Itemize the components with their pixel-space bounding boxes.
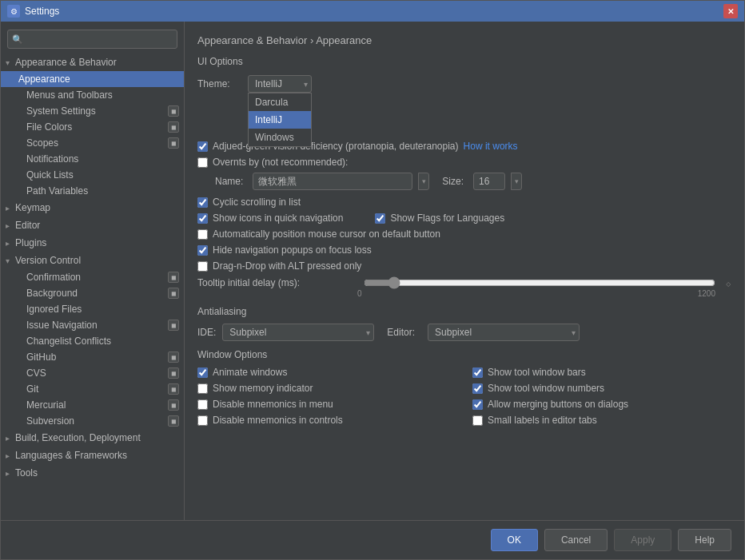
ide-label: IDE: (197, 327, 216, 338)
sidebar-item-appearance[interactable]: Appearance (1, 71, 184, 87)
settings-icon: ◼ (168, 121, 179, 133)
sidebar-item-notifications[interactable]: Notifications (1, 151, 184, 167)
font-name-input[interactable] (253, 173, 412, 190)
ok-button[interactable]: OK (491, 529, 538, 551)
window-options-title: Window Options (197, 349, 731, 360)
sidebar-item-file-colors[interactable]: File Colors ◼ (1, 119, 184, 135)
theme-option-intellij[interactable]: IntelliJ (249, 111, 311, 129)
expand-arrow: ▸ (6, 239, 15, 248)
disable-mnemonics-menu-checkbox[interactable] (197, 399, 208, 410)
ide-aa-item: IDE: Subpixel ▾ (197, 324, 374, 341)
hide-nav-checkbox[interactable] (197, 245, 208, 256)
animate-windows-label: Animate windows (213, 367, 287, 378)
tooltip-slider[interactable] (364, 276, 715, 289)
allow-merging-checkbox[interactable] (472, 399, 483, 410)
sidebar-item-scopes[interactable]: Scopes ◼ (1, 135, 184, 151)
auto-position-label: Automatically position mouse cursor on d… (213, 228, 440, 240)
sidebar-group-languages[interactable]: ▸ Languages & Frameworks (1, 447, 184, 464)
override-checkbox[interactable] (197, 157, 208, 168)
sidebar-item-menus-toolbars[interactable]: Menus and Toolbars (1, 87, 184, 103)
cancel-button[interactable]: Cancel (544, 529, 608, 551)
show-tool-numbers-row: Show tool window numbers (472, 383, 731, 394)
sidebar-item-mercurial[interactable]: Mercurial ◼ (1, 397, 184, 413)
sidebar-group-build[interactable]: ▸ Build, Execution, Deployment (1, 429, 184, 447)
sidebar-item-confirmation[interactable]: Confirmation ◼ (1, 269, 184, 285)
settings-icon: ◼ (168, 399, 179, 411)
settings-dialog: ⚙ Settings ✕ 🔍 ▾ Appearance & Behavior A… (0, 0, 745, 560)
antialiasing-row: IDE: Subpixel ▾ Editor: Subpixel ▾ (197, 324, 731, 341)
settings-icon: ◼ (168, 105, 179, 117)
sidebar-group-keymap[interactable]: ▸ Keymap (1, 199, 184, 216)
sidebar-group-plugins[interactable]: ▸ Plugins (1, 234, 184, 252)
sidebar-item-label: Menus and Toolbars (26, 89, 113, 101)
sidebar-item-github[interactable]: GitHub ◼ (1, 349, 184, 365)
sidebar-item-background[interactable]: Background ◼ (1, 285, 184, 301)
tooltip-label: Tooltip initial delay (ms): (197, 277, 357, 288)
ide-aa-select[interactable]: Subpixel ▾ (222, 324, 374, 341)
adjust-checkbox[interactable] (197, 141, 208, 152)
drag-drop-label: Drag-n-Drop with ALT pressed only (213, 260, 361, 272)
expand-arrow: ▸ (6, 434, 15, 443)
sidebar-group-label: Version Control (15, 255, 81, 266)
theme-option-darcula[interactable]: Darcula (249, 93, 311, 111)
cyclic-scrolling-label: Cyclic scrolling in list (213, 197, 301, 208)
editor-aa-select[interactable]: Subpixel ▾ (428, 324, 580, 341)
sidebar-item-git[interactable]: Git ◼ (1, 381, 184, 397)
sidebar-item-path-variables[interactable]: Path Variables (1, 183, 184, 199)
sidebar-group-tools[interactable]: ▸ Tools (1, 464, 184, 482)
override-label: Overnts by (not recommended): (213, 157, 348, 168)
show-memory-checkbox[interactable] (197, 383, 208, 394)
show-tool-bars-checkbox[interactable] (472, 367, 483, 378)
theme-dropdown-trigger[interactable]: IntelliJ ▾ (248, 75, 312, 93)
ide-aa-value: Subpixel (229, 327, 266, 338)
cyclic-scrolling-checkbox[interactable] (197, 197, 208, 208)
auto-position-checkbox[interactable] (197, 229, 208, 240)
sidebar-item-subversion[interactable]: Subversion ◼ (1, 413, 184, 429)
tooltip-slider-container: Tooltip initial delay (ms): ⬦ 0 1200 (197, 276, 731, 298)
main-content: 🔍 ▾ Appearance & Behavior Appearance Men… (1, 22, 744, 520)
animate-windows-checkbox[interactable] (197, 367, 208, 378)
sidebar-item-system-settings[interactable]: System Settings ◼ (1, 103, 184, 119)
disable-mnemonics-menu-row: Disable mnemonics in menu (197, 399, 456, 410)
show-flags-checkbox[interactable] (375, 213, 385, 224)
sidebar-item-label: Git (26, 383, 38, 395)
sidebar-group-editor[interactable]: ▸ Editor (1, 216, 184, 234)
sidebar-item-label: Background (26, 288, 78, 299)
sidebar-group-appearance-behavior[interactable]: ▾ Appearance & Behavior (1, 54, 184, 71)
sidebar-item-quick-lists[interactable]: Quick Lists (1, 167, 184, 183)
expand-arrow: ▸ (6, 451, 15, 460)
sidebar-item-label: Notifications (26, 153, 78, 165)
drag-drop-checkbox[interactable] (197, 261, 208, 272)
show-tool-bars-label: Show tool window bars (488, 367, 586, 378)
sidebar-item-cvs[interactable]: CVS ◼ (1, 365, 184, 381)
disable-mnemonics-controls-checkbox[interactable] (197, 415, 208, 426)
show-tool-numbers-checkbox[interactable] (472, 383, 483, 394)
size-dropdown-icon[interactable]: ▾ (511, 173, 522, 190)
small-labels-checkbox[interactable] (472, 415, 483, 426)
apply-button[interactable]: Apply (614, 529, 671, 551)
sidebar-group-version-control[interactable]: ▾ Version Control (1, 252, 184, 269)
sidebar-item-label: Appearance (18, 73, 70, 85)
help-button[interactable]: Help (678, 529, 731, 551)
sidebar-group-label: Plugins (15, 237, 46, 248)
theme-option-windows[interactable]: Windows (249, 129, 311, 146)
how-it-works-link[interactable]: How it works (464, 141, 518, 152)
sidebar-item-changelist-conflicts[interactable]: Changelist Conflicts (1, 333, 184, 349)
sidebar-item-issue-navigation[interactable]: Issue Navigation ◼ (1, 317, 184, 333)
sidebar-item-ignored-files[interactable]: Ignored Files (1, 301, 184, 317)
name-dropdown-icon[interactable]: ▾ (418, 173, 429, 190)
search-input[interactable] (7, 30, 177, 49)
editor-aa-wrapper: Subpixel ▾ (428, 324, 580, 341)
show-icons-checkbox[interactable] (197, 213, 208, 224)
show-memory-row: Show memory indicator (197, 383, 456, 394)
font-size-input[interactable] (473, 173, 505, 190)
tooltip-slider-row: Tooltip initial delay (ms): ⬦ (197, 276, 731, 289)
settings-icon: ◼ (168, 351, 179, 363)
close-button[interactable]: ✕ (723, 4, 738, 18)
theme-current-value: IntelliJ (255, 78, 282, 89)
disable-mnemonics-controls-row: Disable mnemonics in controls (197, 415, 456, 426)
hide-nav-label: Hide navigation popups on focus loss (213, 244, 372, 256)
theme-dropdown-menu: Darcula IntelliJ Windows (248, 93, 312, 147)
window-options-col-left: Animate windows Show memory indicator Di… (197, 367, 456, 431)
settings-icon: ◼ (168, 415, 179, 427)
